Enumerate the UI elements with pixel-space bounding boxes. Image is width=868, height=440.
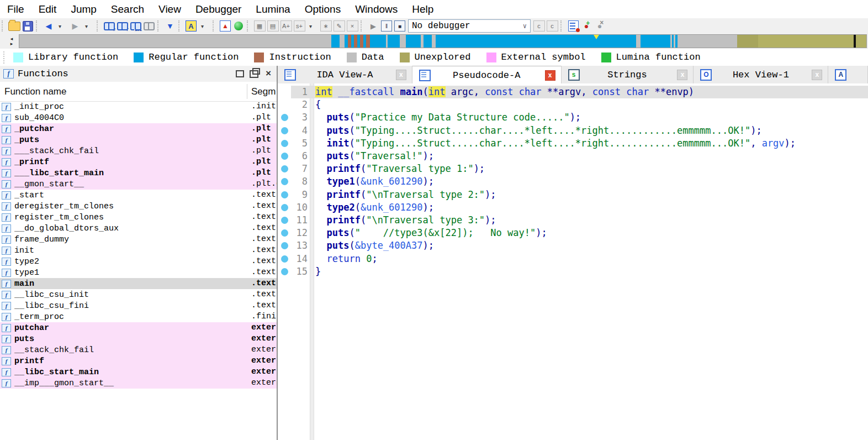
navband-scroll-right-icon[interactable]: ▸ bbox=[10, 41, 13, 46]
breakpoint-dot-icon[interactable] bbox=[281, 229, 288, 237]
tab-close-icon[interactable]: x bbox=[812, 70, 822, 80]
function-row-type1[interactable]: ftype1.text bbox=[0, 267, 277, 278]
function-row-deregister_tm_clones[interactable]: fderegister_tm_clones.text bbox=[0, 201, 277, 212]
breakpoint-list-icon[interactable] bbox=[567, 20, 579, 32]
navband-scroll-arrows[interactable]: ◂ ▸ bbox=[4, 36, 19, 46]
code-line-15[interactable]: 15} bbox=[278, 265, 868, 278]
problems-icon[interactable]: ▲ bbox=[219, 20, 231, 32]
make-data-icon[interactable]: ▤ bbox=[267, 20, 279, 32]
forward-dropdown-icon[interactable]: ▾ bbox=[82, 20, 94, 32]
functions-column-header[interactable]: Function name Segm bbox=[0, 82, 277, 102]
function-row-_term_proc[interactable]: f_term_proc.fini bbox=[0, 311, 277, 322]
make-code-icon[interactable]: ▦ bbox=[253, 20, 266, 32]
breakpoint-delete-icon[interactable]: ● bbox=[594, 20, 606, 32]
tab-strings[interactable]: sStringsx bbox=[562, 66, 694, 83]
search-address-icon[interactable]: # bbox=[103, 20, 115, 32]
menu-item-view[interactable]: View bbox=[151, 2, 188, 17]
pseudocode-view[interactable]: 1int __fastcall main(int argc, const cha… bbox=[278, 83, 868, 440]
menu-item-jump[interactable]: Jump bbox=[63, 2, 103, 17]
make-string-dropdown-icon[interactable]: ▾ bbox=[306, 20, 319, 32]
debugger-select[interactable]: No debugger∨ bbox=[408, 19, 531, 33]
code-line-11[interactable]: 11 printf("\nTraversal type 3:"); bbox=[278, 214, 868, 227]
column-segment[interactable]: Segm bbox=[251, 86, 276, 97]
debug-run-icon[interactable]: ▶ bbox=[367, 20, 379, 32]
function-row-init[interactable]: finit.text bbox=[0, 245, 277, 256]
run-to-source-icon[interactable]: c bbox=[546, 20, 558, 32]
breakpoint-dot-icon[interactable] bbox=[281, 140, 288, 147]
function-row-type2[interactable]: ftype2.text bbox=[0, 256, 277, 267]
tab-hex-view-1[interactable]: OHex View-1x bbox=[694, 66, 828, 83]
back-dropdown-icon[interactable]: ▾ bbox=[56, 20, 68, 32]
code-line-2[interactable]: 2{ bbox=[278, 98, 868, 111]
jump-address-icon[interactable]: ▼ bbox=[164, 20, 176, 32]
breakpoint-dot-icon[interactable] bbox=[281, 114, 288, 121]
code-line-13[interactable]: 13 puts(&byte_400A37); bbox=[278, 239, 868, 252]
function-row-__libc_start_main[interactable]: f__libc_start_mainexter bbox=[0, 366, 277, 378]
function-row-__libc_csu_fini[interactable]: f__libc_csu_fini.text bbox=[0, 300, 277, 311]
breakpoint-dot-icon[interactable] bbox=[281, 165, 288, 172]
breakpoint-dot-icon[interactable] bbox=[281, 178, 288, 185]
menu-item-help[interactable]: Help bbox=[405, 2, 441, 17]
menu-item-options[interactable]: Options bbox=[298, 2, 348, 17]
tab-close-icon[interactable]: x bbox=[545, 70, 555, 81]
function-row-frame_dummy[interactable]: fframe_dummy.text bbox=[0, 234, 277, 245]
debug-stop-icon[interactable]: ■ bbox=[394, 20, 406, 32]
float-button[interactable] bbox=[248, 69, 260, 80]
function-row-main[interactable]: fmain.text bbox=[0, 278, 277, 289]
function-row-printf[interactable]: fprintfexter bbox=[0, 355, 277, 366]
breakpoint-dot-icon[interactable] bbox=[281, 127, 288, 134]
breakpoint-dot-icon[interactable] bbox=[281, 268, 288, 275]
menu-item-lumina[interactable]: Lumina bbox=[248, 2, 297, 17]
function-row-__do_global_dtors_aux[interactable]: f__do_global_dtors_aux.text bbox=[0, 223, 277, 234]
undefine-icon[interactable]: × bbox=[346, 20, 358, 32]
function-row-___stack_chk_fail[interactable]: f___stack_chk_fail.plt bbox=[0, 145, 277, 156]
function-row-__imp___gmon_start__[interactable]: f__imp___gmon_start__extern bbox=[0, 378, 277, 389]
save-icon[interactable] bbox=[22, 20, 34, 32]
maximize-button[interactable] bbox=[234, 69, 246, 80]
search-next-icon[interactable] bbox=[143, 20, 155, 32]
code-line-6[interactable]: 6 puts("Traversal!"); bbox=[278, 150, 868, 163]
edit-function-icon[interactable]: ✎ bbox=[333, 20, 345, 32]
code-line-8[interactable]: 8 type1(&unk_601290); bbox=[278, 175, 868, 188]
column-function-name[interactable]: Function name bbox=[4, 86, 66, 97]
breakpoint-add-icon[interactable]: ● bbox=[580, 20, 592, 32]
code-line-10[interactable]: 10 type2(&unk_601290); bbox=[278, 201, 868, 214]
tab-close-icon[interactable]: x bbox=[396, 70, 406, 80]
code-line-12[interactable]: 12 puts(" //type3(&x[22]); No way!"); bbox=[278, 227, 868, 239]
function-row-_init_proc[interactable]: f_init_proc.init bbox=[0, 101, 277, 112]
tab-close-icon[interactable]: x bbox=[677, 70, 687, 80]
forward-icon[interactable]: ▶ bbox=[69, 20, 81, 32]
code-line-14[interactable]: 14 return 0; bbox=[278, 253, 868, 265]
function-row-sub_4004C0[interactable]: fsub_4004C0.plt bbox=[0, 112, 277, 123]
menu-item-windows[interactable]: Windows bbox=[348, 2, 405, 17]
function-row-puts[interactable]: fputsexter bbox=[0, 333, 277, 344]
make-string-icon[interactable]: s+ bbox=[293, 20, 305, 32]
column-divider[interactable] bbox=[247, 84, 247, 99]
navigation-band[interactable] bbox=[19, 34, 867, 48]
function-row-_puts[interactable]: f_puts.plt bbox=[0, 134, 277, 145]
function-row-__libc_csu_init[interactable]: f__libc_csu_init.text bbox=[0, 289, 277, 300]
breakpoint-dot-icon[interactable] bbox=[281, 204, 288, 211]
search-binary-icon[interactable]: 101 bbox=[130, 20, 142, 32]
tab-structures[interactable]: A bbox=[828, 66, 868, 83]
breakpoint-dot-icon[interactable] bbox=[281, 255, 288, 263]
code-line-4[interactable]: 4 puts("Typing....Struct.....char....*le… bbox=[278, 124, 868, 137]
menu-item-search[interactable]: Search bbox=[104, 2, 151, 17]
debug-pause-icon[interactable]: ‖ bbox=[380, 20, 393, 32]
step-into-source-icon[interactable]: c bbox=[533, 20, 545, 32]
code-line-3[interactable]: 3 puts("Practice my Data Structure code.… bbox=[278, 111, 868, 124]
menu-item-file[interactable]: File bbox=[0, 2, 31, 17]
close-button[interactable]: × bbox=[262, 69, 274, 80]
function-row-__gmon_start__[interactable]: f__gmon_start__.plt.g bbox=[0, 179, 277, 190]
function-row-_putchar[interactable]: f_putchar.plt bbox=[0, 123, 277, 134]
rename-dropdown-icon[interactable]: ▾ bbox=[198, 20, 210, 32]
menu-item-edit[interactable]: Edit bbox=[31, 2, 64, 17]
breakpoint-dot-icon[interactable] bbox=[281, 242, 288, 249]
make-name-icon[interactable]: A+ bbox=[280, 20, 292, 32]
menu-item-debugger[interactable]: Debugger bbox=[188, 2, 248, 17]
breakpoint-dot-icon[interactable] bbox=[281, 153, 288, 160]
tab-pseudocode-a[interactable]: Pseudocode-Ax bbox=[412, 66, 562, 84]
breakpoint-dot-icon[interactable] bbox=[281, 191, 288, 198]
code-line-1[interactable]: 1int __fastcall main(int argc, const cha… bbox=[278, 86, 868, 98]
tab-ida-view-a[interactable]: IDA View-Ax bbox=[278, 66, 412, 83]
